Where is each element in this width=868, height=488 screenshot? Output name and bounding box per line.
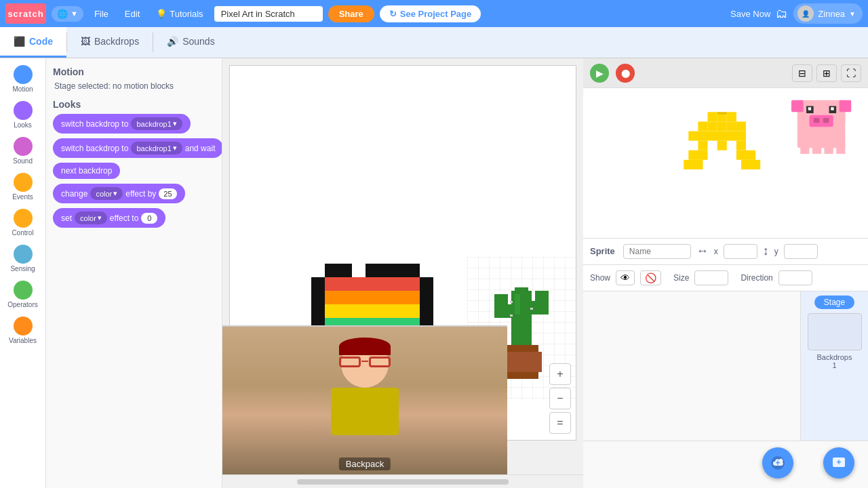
backdrop-dropdown-1[interactable]: backdrop1 ▾: [131, 117, 182, 130]
fullscreen-button[interactable]: ⛶: [841, 64, 861, 82]
tab-sounds[interactable]: 🔊 Sounds: [153, 27, 228, 58]
svg-rect-20: [352, 291, 366, 304]
looks-section-title: Looks: [53, 99, 215, 110]
sidebar-item-looks[interactable]: Looks: [0, 97, 45, 133]
block-set-effect-btn[interactable]: set color ▾ effect to 0: [53, 208, 165, 228]
svg-rect-111: [836, 142, 845, 154]
control-dot: [14, 209, 33, 228]
share-button[interactable]: Share: [328, 5, 374, 22]
x-input[interactable]: [724, 244, 757, 259]
block-next-backdrop-btn[interactable]: next backdrop: [53, 163, 120, 179]
stage-button[interactable]: Stage: [814, 296, 854, 309]
stage-canvas[interactable]: [583, 88, 868, 238]
dropdown-arrow-1: ▾: [173, 119, 177, 128]
svg-rect-5: [379, 264, 393, 277]
sidebar-item-variables[interactable]: Variables: [0, 312, 45, 348]
size-label: Size: [673, 273, 689, 283]
svg-rect-77: [510, 314, 513, 317]
block-change-effect-btn[interactable]: change color ▾ effect by 25: [53, 184, 185, 203]
user-avatar[interactable]: 👤 Zinnea ▼: [793, 3, 863, 24]
svg-text:scratch: scratch: [8, 9, 43, 19]
sprite-list: [583, 291, 800, 441]
scratch-logo[interactable]: scratch: [5, 3, 46, 24]
effect-value-2[interactable]: 0: [141, 213, 157, 224]
svg-rect-28: [338, 304, 352, 318]
svg-rect-70: [511, 291, 532, 345]
blocks-panel: Motion Stage selected: no motion blocks …: [46, 58, 222, 488]
webcam-feed: [222, 327, 507, 474]
sprite-show-row: Show 👁 🚫 Size Direction: [583, 264, 868, 291]
stage-tab: Stage Backdrops 1: [800, 291, 868, 441]
svg-rect-32: [393, 304, 406, 318]
svg-rect-14: [393, 277, 406, 291]
sidebar-item-sensing[interactable]: Sensing: [0, 241, 45, 277]
fit-button[interactable]: =: [549, 412, 571, 434]
sidebar-item-motion[interactable]: Motion: [0, 61, 45, 97]
motion-dot: [14, 65, 33, 84]
y-input[interactable]: [784, 244, 818, 259]
sidebar-item-sound[interactable]: Sound: [0, 133, 45, 169]
canvas-controls: + − =: [549, 363, 571, 434]
svg-rect-19: [338, 291, 352, 304]
show-label: Show: [590, 273, 610, 283]
effect-dropdown-1[interactable]: color ▾: [90, 187, 123, 200]
block-switch-backdrop-1-btn[interactable]: switch backdrop to backdrop1 ▾: [53, 114, 191, 134]
effect-dropdown-2[interactable]: color ▾: [75, 211, 107, 224]
svg-rect-7: [406, 264, 420, 277]
svg-rect-96: [717, 112, 727, 115]
svg-rect-27: [325, 304, 338, 318]
tab-backdrops[interactable]: 🖼 Backdrops: [67, 27, 153, 58]
folder-icon[interactable]: 🗂: [776, 7, 788, 21]
save-now-button[interactable]: Save Now: [730, 9, 770, 19]
project-title-input[interactable]: [214, 6, 323, 22]
large-stage-button[interactable]: ⊞: [816, 64, 837, 82]
green-flag-button[interactable]: ▶: [590, 64, 609, 83]
svg-text:+: +: [775, 458, 780, 468]
edit-menu[interactable]: Edit: [119, 6, 145, 22]
sidebar-item-operators[interactable]: Operators: [0, 277, 45, 312]
see-project-button[interactable]: ↻ See Project Page: [380, 5, 481, 22]
svg-rect-104: [831, 107, 833, 110]
dropdown-arrow-2: ▾: [173, 144, 177, 152]
sidebar-item-control[interactable]: Control: [0, 205, 45, 241]
svg-rect-110: [825, 142, 833, 154]
svg-rect-29: [352, 304, 366, 318]
file-menu[interactable]: File: [89, 6, 114, 22]
small-stage-button[interactable]: ⊟: [792, 64, 812, 82]
show-visible-button[interactable]: 👁: [616, 270, 635, 285]
svg-rect-108: [800, 142, 809, 154]
sidebar-item-events[interactable]: Events: [0, 169, 45, 205]
svg-rect-11: [352, 277, 366, 291]
tutorials-btn[interactable]: 💡 Tutorials: [151, 6, 208, 22]
lightbulb-icon: 💡: [156, 9, 167, 19]
svg-rect-34: [420, 304, 433, 318]
view-toggles: ⊟ ⊞ ⛶: [792, 64, 861, 82]
direction-input[interactable]: [778, 270, 812, 285]
stop-button[interactable]: ⬤: [616, 64, 635, 83]
speaker-icon: 🔊: [167, 36, 178, 47]
sound-dot: [14, 137, 33, 156]
svg-rect-90: [717, 141, 727, 150]
svg-rect-68: [501, 352, 542, 372]
sprite-name-input[interactable]: [623, 244, 691, 259]
zoom-in-button[interactable]: +: [549, 363, 571, 385]
size-input[interactable]: [694, 270, 728, 285]
add-backdrop-button[interactable]: +: [823, 447, 854, 479]
webcam-overlay: Backpack: [222, 325, 507, 474]
effect-value-1[interactable]: 25: [159, 188, 176, 199]
add-sprite-button[interactable]: +: [762, 447, 793, 479]
direction-label: Direction: [741, 273, 772, 283]
zoom-out-button[interactable]: −: [549, 388, 571, 409]
globe-btn[interactable]: 🌐 ▼: [52, 6, 83, 22]
chevron-down-icon: ▼: [849, 10, 856, 18]
svg-rect-12: [366, 277, 379, 291]
show-hidden-button[interactable]: 🚫: [640, 270, 661, 285]
svg-text:+: +: [836, 458, 841, 467]
block-change-effect: change color ▾ effect by 25: [53, 184, 215, 203]
tab-code[interactable]: ⬛ Code: [0, 27, 66, 58]
tabs-row: ⬛ Code 🖼 Backdrops 🔊 Sounds: [0, 27, 868, 58]
block-switch-backdrop-2-btn[interactable]: switch backdrop to backdrop1 ▾ and wait: [53, 138, 222, 158]
canvas-container: + − =: [222, 58, 583, 474]
variables-dot: [14, 317, 33, 336]
backdrop-dropdown-2[interactable]: backdrop1 ▾: [131, 142, 182, 155]
